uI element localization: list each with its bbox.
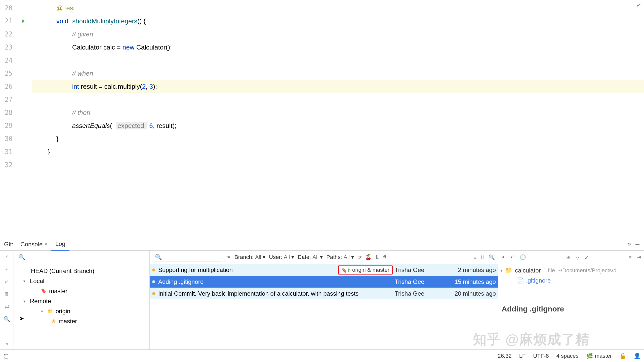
more-icon[interactable]: » — [474, 254, 476, 260]
expand-icon[interactable]: » — [4, 341, 10, 346]
compare-icon[interactable]: ⇄ — [4, 304, 10, 309]
commit-author: Trisha Gee — [395, 290, 437, 297]
project-root-node[interactable]: ▾ 📁 calculator 1 file ~/Documents/Projec… — [501, 265, 641, 276]
commit-dot-icon — [152, 268, 155, 272]
commit-row[interactable]: Supporting for multiplication 🔖⬆ origin … — [150, 264, 498, 276]
comment: // then — [72, 109, 90, 116]
commit-row[interactable]: Adding .gitignore Trisha Gee 15 minutes … — [150, 276, 498, 288]
commit-dot-icon — [152, 292, 155, 295]
log-search-input[interactable]: 🔍 — [153, 253, 223, 261]
code-text: } — [48, 148, 50, 156]
indent-setting[interactable]: 4 spaces — [556, 353, 579, 359]
folder-icon: 📁 — [48, 308, 53, 314]
undo-icon[interactable]: ↶ — [510, 254, 515, 260]
settings-icon[interactable]: ⇥ — [637, 254, 641, 260]
commit-author: Trisha Gee — [395, 278, 437, 285]
lock-icon[interactable]: 🔒 — [619, 353, 626, 359]
tree-label: master — [59, 318, 77, 325]
new-branch-icon[interactable]: ＋ — [4, 266, 10, 272]
gutter-line-numbers: 20 21 22 23 24 25 26 27 28 29 30 31 32 — [0, 0, 15, 238]
inspection-ok-icon[interactable]: ✔ — [636, 2, 641, 9]
comment: // when — [72, 70, 93, 77]
run-test-icon[interactable] — [15, 15, 32, 28]
path-hint: ~/Documents/Projects/d — [557, 267, 616, 274]
comment: // given — [72, 30, 93, 38]
branch-tag-label: origin & master — [352, 267, 389, 273]
git-branch-status[interactable]: 🌿master — [586, 353, 612, 359]
back-icon[interactable]: ‹ — [4, 254, 10, 259]
line-number: 21 — [0, 15, 15, 28]
find-icon[interactable]: 🔍 — [489, 254, 495, 260]
filter-label: Date: — [298, 254, 311, 260]
origin-node[interactable]: ▾📁origin — [16, 306, 147, 316]
commit-time: 15 minutes ago — [437, 278, 498, 285]
code-text: () { — [137, 17, 146, 25]
svg-marker-0 — [22, 19, 25, 23]
keyword: void — [56, 17, 68, 25]
delete-icon[interactable]: 🗑 — [4, 291, 10, 297]
refresh-icon[interactable]: ⟳ — [357, 254, 362, 260]
code-text: , — [146, 83, 149, 90]
file-name: .gitignore — [526, 277, 551, 284]
local-master-node[interactable]: 🔖master — [16, 286, 147, 296]
regex-icon[interactable]: ✶ — [227, 254, 231, 260]
minimize-icon[interactable]: — — [635, 242, 644, 247]
expand-all-icon[interactable]: ⤢ — [584, 254, 589, 260]
origin-master-node[interactable]: ★master — [16, 316, 147, 326]
history-icon[interactable]: 🕘 — [520, 254, 526, 260]
file-encoding[interactable]: UTF-8 — [533, 353, 549, 359]
tab-log[interactable]: Log — [51, 238, 69, 251]
line-number: 26 — [0, 80, 15, 93]
line-number: 22 — [0, 28, 15, 41]
git-branches-pane: 🔍 HEAD (Current Branch) ▾Local 🔖master ▾… — [14, 251, 150, 349]
date-filter[interactable]: Date: All ▾ — [298, 254, 323, 260]
star-icon: ★ — [51, 318, 56, 325]
branches-search[interactable]: 🔍 — [14, 251, 149, 264]
code-area[interactable]: ✔ @Test void shouldMultiplyIntegers() { … — [32, 0, 644, 238]
search-icon[interactable]: 🔍 — [4, 316, 10, 322]
remote-branches-node[interactable]: ▾Remote — [16, 296, 147, 306]
commit-detail-title: Adding .gitignore — [498, 305, 644, 313]
commit-dot-icon — [152, 280, 155, 283]
branch-filter[interactable]: Branch: All ▾ — [234, 254, 265, 260]
eye-icon[interactable]: 👁 — [383, 254, 388, 260]
caret-position[interactable]: 26:32 — [498, 353, 512, 359]
local-branches-node[interactable]: ▾Local — [16, 276, 147, 286]
commit-row[interactable]: Initial Commit. Very basic implementatio… — [150, 288, 498, 299]
inspection-icon[interactable]: 👤 — [634, 353, 640, 359]
line-number: 30 — [0, 132, 15, 145]
tree-label: Local — [30, 278, 44, 285]
close-icon[interactable]: × — [45, 242, 47, 247]
branches-tree[interactable]: HEAD (Current Branch) ▾Local 🔖master ▾Re… — [14, 264, 149, 328]
filter-icon[interactable]: ▽ — [576, 254, 579, 260]
layout-icon[interactable]: ≡ — [629, 254, 632, 260]
tree-label: HEAD (Current Branch) — [31, 267, 94, 275]
commit-list[interactable]: Supporting for multiplication 🔖⬆ origin … — [150, 264, 498, 349]
user-filter[interactable]: User: All ▾ — [269, 254, 294, 260]
line-separator[interactable]: LF — [519, 353, 526, 359]
branch-icon: 🌿 — [586, 353, 593, 359]
code-text: result = calc. — [79, 83, 118, 90]
line-number: 32 — [0, 158, 15, 171]
pause-icon[interactable]: ⏸ — [480, 254, 485, 260]
tab-console[interactable]: Console × — [16, 238, 51, 250]
filter-value: All — [255, 254, 261, 260]
ai-icon[interactable]: ✦ — [501, 254, 505, 260]
tool-window-options-icon[interactable]: ⚙ — [627, 242, 635, 247]
branch-tag-badge[interactable]: 🔖⬆ origin & master — [338, 265, 393, 275]
gutter-icons — [15, 0, 32, 238]
group-icon[interactable]: ⊞ — [566, 254, 571, 260]
filter-label: User: — [269, 254, 282, 260]
tool-window-toggle-icon[interactable]: ▢ — [4, 353, 9, 359]
head-branch-node[interactable]: HEAD (Current Branch) — [16, 266, 147, 276]
changed-files-tree[interactable]: ▾ 📁 calculator 1 file ~/Documents/Projec… — [498, 264, 644, 287]
line-number: 20 — [0, 2, 15, 15]
changed-file-node[interactable]: 📄 .gitignore — [501, 276, 641, 286]
status-bar: ▢ 26:32 LF UTF-8 4 spaces 🌿master 🔒 👤 — [0, 349, 644, 362]
commit-message: Adding .gitignore — [158, 278, 395, 285]
cherry-pick-icon[interactable]: 🍒 — [365, 254, 372, 260]
checkout-icon[interactable]: ↙ — [4, 279, 10, 284]
push-icon[interactable]: ⇅ — [375, 254, 379, 260]
paths-filter[interactable]: Paths: All ▾ — [326, 254, 354, 260]
number-literal: 3 — [149, 83, 153, 90]
